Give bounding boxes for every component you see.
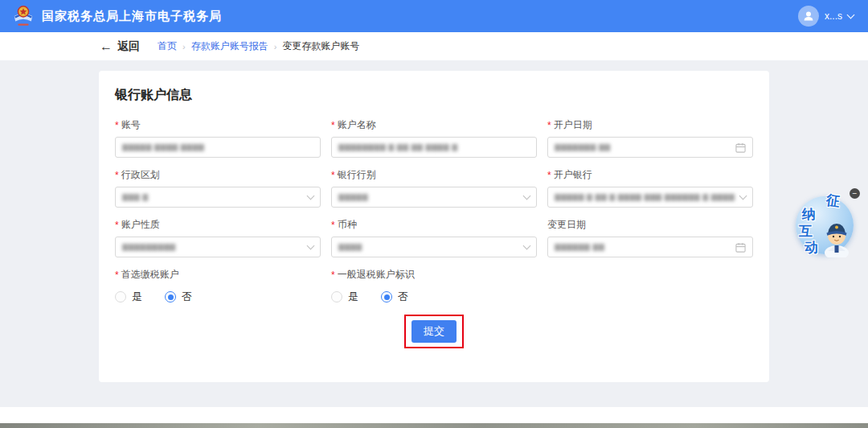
account-number-input[interactable]: ▇▇▇▇▇ ▇▇▇▇ ▇▇▇▇ bbox=[115, 137, 321, 158]
chevron-down-icon bbox=[307, 191, 315, 200]
back-arrow-icon[interactable]: ← bbox=[100, 40, 113, 53]
redacted-value: ▇▇▇▇▇▇ ▇▇ bbox=[555, 243, 604, 251]
form-row-2: *行政区划 ▇▇▇ ▇ *银行行别 ▇▇▇▇▇ *开户银行 ▇▇▇▇▇ ▇ ▇▇… bbox=[115, 168, 753, 208]
change-date-input[interactable]: ▇▇▇▇▇▇ ▇▇ bbox=[547, 237, 753, 257]
field-bank-category: *银行行别 ▇▇▇▇▇ bbox=[331, 168, 537, 208]
redacted-value: ▇▇▇▇▇▇▇ ▇▇ bbox=[555, 143, 611, 151]
footer-white-strip bbox=[0, 407, 868, 423]
annotation-highlight-box: 提交 bbox=[404, 315, 464, 348]
redacted-value: ▇▇▇▇ bbox=[338, 243, 362, 251]
redacted-value: ▇▇▇▇▇▇▇▇ ▇ ▇▇ ▇▇ ▇▇▇▇ ▇ bbox=[338, 143, 458, 151]
user-name[interactable]: x...s bbox=[825, 10, 842, 22]
tax-bureau-logo bbox=[11, 4, 35, 28]
breadcrumb-bar: ← 返回 首页 › 存款账户账号报告 › 变更存款账户账号 bbox=[0, 32, 868, 60]
redacted-value: ▇▇▇▇▇▇▇▇▇ bbox=[122, 243, 176, 251]
field-currency: *币种 ▇▇▇▇ bbox=[331, 218, 537, 257]
chevron-down-icon bbox=[307, 241, 315, 249]
user-menu[interactable]: x...s bbox=[798, 6, 854, 27]
field-open-date: *开户日期 ▇▇▇▇▇▇▇ ▇▇ bbox=[547, 118, 753, 158]
radio-yes[interactable]: 是 bbox=[331, 290, 358, 304]
radio-label[interactable]: 是 bbox=[132, 290, 142, 304]
chevron-down-icon bbox=[523, 241, 531, 249]
minimize-icon[interactable]: − bbox=[850, 188, 860, 199]
required-asterisk: * bbox=[547, 120, 551, 131]
form-row-3: *账户性质 ▇▇▇▇▇▇▇▇▇ *币种 ▇▇▇▇ 变更日期 ▇▇▇▇▇▇ ▇▇ bbox=[115, 218, 753, 257]
field-label: 一般退税账户标识 bbox=[338, 268, 415, 282]
redacted-value: ▇▇▇▇▇ bbox=[338, 193, 368, 201]
field-label: 银行行别 bbox=[338, 168, 376, 182]
required-asterisk: * bbox=[331, 270, 335, 281]
breadcrumb-separator: › bbox=[182, 42, 186, 51]
tax-interaction-widget[interactable]: 征 纳 互 动 − bbox=[791, 191, 858, 261]
bank-category-select[interactable]: ▇▇▇▇▇ bbox=[331, 187, 537, 208]
footer-edge-strip bbox=[0, 423, 868, 428]
chevron-down-icon bbox=[523, 191, 531, 200]
chevron-down-icon bbox=[739, 191, 747, 200]
opening-bank-select[interactable]: ▇▇▇▇▇ ▇ ▇▇ ▇ ▇▇▇▇ ▇▇▇ ▇▇▇▇▇▇ ▇ ▇▇▇▇ bbox=[547, 187, 753, 208]
field-label: 账户名称 bbox=[338, 118, 376, 132]
field-label: 首选缴税账户 bbox=[121, 268, 179, 282]
radio-checked-icon[interactable] bbox=[165, 291, 176, 302]
widget-char: 纳 bbox=[802, 205, 816, 224]
radio-checked-icon[interactable] bbox=[381, 291, 392, 302]
field-change-date: 变更日期 ▇▇▇▇▇▇ ▇▇ bbox=[547, 218, 753, 257]
field-opening-bank: *开户银行 ▇▇▇▇▇ ▇ ▇▇ ▇ ▇▇▇▇ ▇▇▇ ▇▇▇▇▇▇ ▇ ▇▇▇… bbox=[547, 168, 753, 208]
submit-button[interactable]: 提交 bbox=[411, 320, 457, 343]
bank-account-form-card: 银行账户信息 *账号 ▇▇▇▇▇ ▇▇▇▇ ▇▇▇▇ *账户名称 ▇▇▇▇▇▇▇… bbox=[99, 71, 769, 382]
breadcrumb-home[interactable]: 首页 bbox=[158, 39, 177, 53]
main-content: 银行账户信息 *账号 ▇▇▇▇▇ ▇▇▇▇ ▇▇▇▇ *账户名称 ▇▇▇▇▇▇▇… bbox=[0, 60, 868, 382]
breadcrumb-parent[interactable]: 存款账户账号报告 bbox=[191, 39, 268, 53]
field-label: 账户性质 bbox=[121, 218, 160, 232]
breadcrumb-separator: › bbox=[274, 42, 277, 51]
section-title: 银行账户信息 bbox=[115, 87, 753, 104]
field-label: 币种 bbox=[338, 218, 357, 232]
calendar-icon bbox=[735, 242, 746, 253]
calendar-icon bbox=[735, 142, 746, 153]
app-header: 国家税务总局上海市电子税务局 x...s bbox=[0, 0, 868, 32]
currency-select[interactable]: ▇▇▇▇ bbox=[331, 237, 537, 257]
account-nature-select[interactable]: ▇▇▇▇▇▇▇▇▇ bbox=[115, 237, 321, 257]
radio-no[interactable]: 否 bbox=[381, 290, 408, 304]
widget-char: 征 bbox=[825, 191, 841, 211]
field-account-nature: *账户性质 ▇▇▇▇▇▇▇▇▇ bbox=[115, 218, 321, 257]
radio-unchecked-icon[interactable] bbox=[115, 291, 126, 302]
chevron-down-icon[interactable] bbox=[847, 11, 855, 19]
account-name-input[interactable]: ▇▇▇▇▇▇▇▇ ▇ ▇▇ ▇▇ ▇▇▇▇ ▇ bbox=[331, 137, 537, 158]
form-row-4: *首选缴税账户 是 否 *一般退税账户标识 是 否 bbox=[115, 268, 753, 304]
radio-unchecked-icon[interactable] bbox=[331, 291, 342, 302]
required-asterisk: * bbox=[115, 220, 119, 231]
field-label: 变更日期 bbox=[547, 218, 586, 232]
redacted-value: ▇▇▇▇▇ ▇ ▇▇ ▇ ▇▇▇▇ ▇▇▇ ▇▇▇▇▇▇ ▇ ▇▇▇▇ bbox=[555, 193, 735, 201]
user-avatar-icon[interactable] bbox=[798, 6, 819, 27]
redacted-value: ▇▇▇▇▇ ▇▇▇▇ ▇▇▇▇ bbox=[122, 143, 204, 151]
required-asterisk: * bbox=[331, 120, 335, 131]
page: 国家税务总局上海市电子税务局 x...s ← 返回 首页 › 存款账户账号报告 … bbox=[0, 0, 868, 428]
required-asterisk: * bbox=[547, 170, 551, 181]
widget-char: 动 bbox=[805, 238, 818, 257]
field-label: 行政区划 bbox=[121, 168, 160, 182]
field-admin-division: *行政区划 ▇▇▇ ▇ bbox=[115, 168, 321, 208]
radio-label[interactable]: 否 bbox=[182, 290, 192, 304]
breadcrumb-current: 变更存款账户账号 bbox=[282, 39, 359, 53]
field-account-name: *账户名称 ▇▇▇▇▇▇▇▇ ▇ ▇▇ ▇▇ ▇▇▇▇ ▇ bbox=[331, 118, 537, 158]
required-asterisk: * bbox=[331, 220, 335, 231]
form-row-1: *账号 ▇▇▇▇▇ ▇▇▇▇ ▇▇▇▇ *账户名称 ▇▇▇▇▇▇▇▇ ▇ ▇▇ … bbox=[115, 118, 753, 158]
required-asterisk: * bbox=[115, 170, 119, 181]
radio-no[interactable]: 否 bbox=[165, 290, 192, 304]
radio-label[interactable]: 是 bbox=[348, 290, 358, 304]
required-asterisk: * bbox=[115, 120, 119, 131]
field-label: 开户银行 bbox=[554, 168, 592, 182]
breadcrumb: 首页 › 存款账户账号报告 › 变更存款账户账号 bbox=[158, 39, 359, 53]
radio-yes[interactable]: 是 bbox=[115, 290, 142, 304]
admin-division-select[interactable]: ▇▇▇ ▇ bbox=[115, 187, 321, 208]
required-asterisk: * bbox=[331, 170, 335, 181]
required-asterisk: * bbox=[115, 270, 119, 281]
site-title: 国家税务总局上海市电子税务局 bbox=[42, 9, 222, 24]
field-label: 账号 bbox=[121, 118, 141, 132]
back-label[interactable]: 返回 bbox=[117, 39, 140, 54]
back-button[interactable]: ← 返回 bbox=[100, 39, 140, 54]
open-date-input[interactable]: ▇▇▇▇▇▇▇ ▇▇ bbox=[547, 137, 753, 158]
field-preferred-tax-account: *首选缴税账户 是 否 bbox=[115, 268, 321, 304]
tax-officer-mascot bbox=[817, 216, 854, 257]
radio-label[interactable]: 否 bbox=[398, 290, 408, 304]
